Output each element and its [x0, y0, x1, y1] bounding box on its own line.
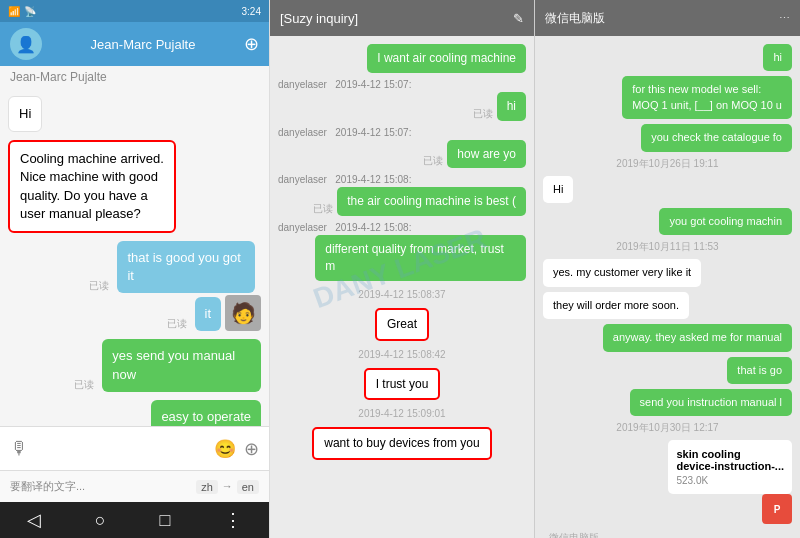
message-bubble-it: it [195, 297, 222, 331]
middle-header-title: [Suzy inquiry] [280, 11, 358, 26]
right-row: 微信电脑版 [543, 529, 792, 538]
lang-target[interactable]: en [237, 480, 259, 494]
left-chat-panel: 📶 📡 3:24 👤 Jean-Marc Pujalte ⊕ Jean-Marc… [0, 0, 270, 538]
chat-messages: Hi Cooling machine arrived.Nice machine … [0, 88, 269, 426]
right-bubble-white: they will order more soon. [543, 292, 689, 319]
msg-row: Cooling machine arrived.Nice machine wit… [8, 140, 261, 233]
translate-placeholder: 要翻译的文字... [10, 479, 85, 494]
message-bubble: that is good you got it [117, 241, 254, 293]
right-row: hi [543, 44, 792, 71]
mid-msg-row: I trust you [278, 368, 526, 401]
mid-read-label: 已读 [423, 154, 443, 168]
right-row: that is go [543, 357, 792, 384]
mid-bubble: the air cooling machine is best ( [337, 187, 526, 216]
mid-msg-row: danyelaser 2019-4-12 15:08: 已读 the air c… [278, 174, 526, 216]
right-row: anyway. they asked me for manual [543, 324, 792, 351]
timestamp: 2019-4-12 15:08:37 [358, 289, 445, 300]
chat-input-area[interactable]: 🎙 😊 ⊕ [0, 426, 269, 470]
mid-bubble-great: Great [375, 308, 429, 341]
right-row: for this new model we sell:MOQ 1 unit, [… [543, 76, 792, 119]
message-bubble-highlighted: Cooling machine arrived.Nice machine wit… [8, 140, 176, 233]
home-icon[interactable]: ○ [95, 510, 106, 531]
right-row: they will order more soon. [543, 292, 792, 319]
mid-bubble: different quality from market, trust m [315, 235, 526, 281]
right-bubble: hi [763, 44, 792, 71]
mid-bubble-trust: I trust you [364, 368, 441, 401]
mid-msg-row: danyelaser 2019-4-12 15:07: 已读 how are y… [278, 127, 526, 169]
mid-bubble: I want air cooling machine [367, 44, 526, 73]
msg-row: 已读 that is good you got it 已读 it 🧑 [8, 241, 261, 331]
msg-row: easy to operate [8, 400, 261, 426]
mid-sender: danyelaser 2019-4-12 15:07: [278, 79, 526, 90]
back-icon[interactable]: ◁ [27, 509, 41, 531]
mid-read-label: 已读 [473, 107, 493, 121]
timestamp: 2019-4-12 15:08:42 [358, 349, 445, 360]
edit-icon[interactable]: ✎ [513, 11, 524, 26]
right-messages: hi for this new model we sell:MOQ 1 unit… [535, 36, 800, 538]
mid-read-label: 已读 [313, 202, 333, 216]
read-label: 已读 [89, 279, 109, 293]
status-bar: 📶 📡 3:24 [0, 0, 269, 22]
add-icon[interactable]: ⊕ [244, 438, 259, 460]
file-card: skin coolingdevice-instruction-... 523.0… [668, 440, 792, 494]
status-time: 3:24 [242, 6, 261, 17]
signal-icon: 📶 [8, 6, 20, 17]
lang-arrow: → [222, 480, 233, 494]
right-header: 微信电脑版 ⋯ [535, 0, 800, 36]
right-bubble: you got cooling machin [659, 208, 792, 235]
middle-header: [Suzy inquiry] ✎ [270, 0, 534, 36]
right-row: you check the catalogue fo [543, 124, 792, 151]
header-icon[interactable]: ⊕ [244, 33, 259, 55]
message-bubble-easy: easy to operate [151, 400, 261, 426]
read-label: 已读 [167, 317, 187, 331]
middle-messages: I want air cooling machine danyelaser 20… [270, 36, 534, 538]
mid-bubble: hi [497, 92, 526, 121]
right-timestamp: 2019年10月30日 12:17 [616, 421, 718, 435]
right-row: Hi [543, 176, 792, 203]
left-header-title: Jean-Marc Pujalte [91, 37, 196, 52]
right-header-actions: ⋯ [779, 12, 790, 25]
right-bubble: you check the catalogue fo [641, 124, 792, 151]
recent-icon[interactable]: □ [159, 510, 170, 531]
menu-icon[interactable]: ⋮ [224, 509, 242, 531]
right-row: skin coolingdevice-instruction-... 523.0… [543, 440, 792, 524]
mid-msg-row: want to buy devices from you [278, 427, 526, 460]
message-bubble: Hi [8, 96, 42, 132]
mid-msg-row: danyelaser 2019-4-12 15:07: 已读 hi [278, 79, 526, 121]
file-title: skin coolingdevice-instruction-... [676, 448, 784, 472]
translate-bar: 要翻译的文字... zh → en [0, 470, 269, 502]
right-bubble: send you instruction manual l [630, 389, 792, 416]
mid-sender: danyelaser 2019-4-12 15:08: [278, 174, 526, 185]
mic-icon[interactable]: 🎙 [10, 438, 28, 459]
emoji-icon[interactable]: 😊 [214, 438, 236, 460]
avatar: 👤 [10, 28, 42, 60]
avatar-img: 🧑 [231, 301, 256, 325]
right-timestamp: 2019年10月26日 19:11 [616, 157, 718, 171]
right-timestamp: 2019年10月11日 11:53 [616, 240, 718, 254]
status-left: 📶 📡 [8, 6, 36, 17]
right-bubble-white: yes. my customer very like it [543, 259, 701, 286]
read-label: 已读 [74, 378, 94, 392]
mid-bubble: how are yo [447, 140, 526, 169]
message-bubble-manual: yes send you manual now [102, 339, 261, 391]
mid-sender: danyelaser 2019-4-12 15:07: [278, 127, 526, 138]
chat-input[interactable] [36, 441, 206, 456]
nav-bar: ◁ ○ □ ⋮ [0, 502, 269, 538]
lang-source[interactable]: zh [196, 480, 218, 494]
mid-msg-row: Great [278, 308, 526, 341]
wechat-label: 微信电脑版 [543, 529, 605, 538]
left-header: 👤 Jean-Marc Pujalte ⊕ [0, 22, 269, 66]
right-chat-panel: 微信电脑版 ⋯ hi for this new model we sell:MO… [535, 0, 800, 538]
pdf-icon: P [774, 504, 781, 515]
right-header-title: 微信电脑版 [545, 10, 605, 27]
msg-row: 已读 yes send you manual now [8, 339, 261, 391]
right-row: you got cooling machin [543, 208, 792, 235]
right-bubble-white: Hi [543, 176, 573, 203]
mid-msg-row: I want air cooling machine [278, 44, 526, 73]
msg-row: Hi [8, 96, 261, 132]
right-bubble: that is go [727, 357, 792, 384]
right-bubble: for this new model we sell:MOQ 1 unit, [… [622, 76, 792, 119]
middle-chat-panel: [Suzy inquiry] ✎ I want air cooling mach… [270, 0, 535, 538]
right-row: yes. my customer very like it [543, 259, 792, 286]
right-row: send you instruction manual l [543, 389, 792, 416]
